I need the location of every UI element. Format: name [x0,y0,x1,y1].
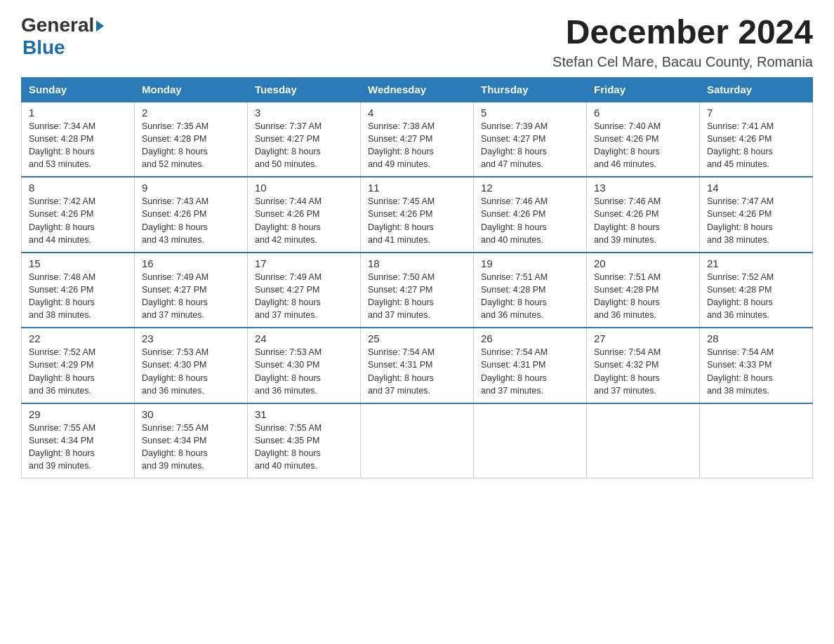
day-info: Sunrise: 7:45 AMSunset: 4:26 PMDaylight:… [368,196,435,244]
logo: General Blue [21,14,104,59]
calendar-cell: 6 Sunrise: 7:40 AMSunset: 4:26 PMDayligh… [587,102,700,177]
day-info: Sunrise: 7:52 AMSunset: 4:29 PMDaylight:… [29,347,95,395]
calendar-cell: 14 Sunrise: 7:47 AMSunset: 4:26 PMDaylig… [700,177,813,253]
calendar-cell: 21 Sunrise: 7:52 AMSunset: 4:28 PMDaylig… [700,253,813,328]
calendar-cell: 15 Sunrise: 7:48 AMSunset: 4:26 PMDaylig… [22,253,135,328]
day-info: Sunrise: 7:49 AMSunset: 4:27 PMDaylight:… [142,272,208,320]
day-info: Sunrise: 7:52 AMSunset: 4:28 PMDaylight:… [707,272,774,320]
day-info: Sunrise: 7:54 AMSunset: 4:31 PMDaylight:… [368,347,435,395]
day-info: Sunrise: 7:53 AMSunset: 4:30 PMDaylight:… [142,347,208,395]
day-info: Sunrise: 7:34 AMSunset: 4:28 PMDaylight:… [29,121,95,169]
calendar-cell: 1 Sunrise: 7:34 AMSunset: 4:28 PMDayligh… [22,102,135,177]
calendar-header-saturday: Saturday [700,77,813,102]
calendar-cell: 8 Sunrise: 7:42 AMSunset: 4:26 PMDayligh… [22,177,135,253]
calendar-cell: 3 Sunrise: 7:37 AMSunset: 4:27 PMDayligh… [248,102,361,177]
calendar-header-sunday: Sunday [22,77,135,102]
day-info: Sunrise: 7:39 AMSunset: 4:27 PMDaylight:… [481,121,548,169]
day-info: Sunrise: 7:54 AMSunset: 4:33 PMDaylight:… [707,347,774,395]
day-number: 16 [142,257,240,269]
calendar-header-monday: Monday [135,77,248,102]
day-info: Sunrise: 7:51 AMSunset: 4:28 PMDaylight:… [594,272,661,320]
day-number: 31 [255,408,353,420]
day-info: Sunrise: 7:51 AMSunset: 4:28 PMDaylight:… [481,272,548,320]
day-info: Sunrise: 7:35 AMSunset: 4:28 PMDaylight:… [142,121,208,169]
calendar-week-5: 29 Sunrise: 7:55 AMSunset: 4:34 PMDaylig… [22,403,813,478]
calendar-cell: 29 Sunrise: 7:55 AMSunset: 4:34 PMDaylig… [22,403,135,478]
day-info: Sunrise: 7:37 AMSunset: 4:27 PMDaylight:… [255,121,322,169]
day-info: Sunrise: 7:54 AMSunset: 4:31 PMDaylight:… [481,347,548,395]
day-info: Sunrise: 7:55 AMSunset: 4:34 PMDaylight:… [29,423,95,471]
day-number: 6 [594,107,692,119]
calendar-cell: 17 Sunrise: 7:49 AMSunset: 4:27 PMDaylig… [248,253,361,328]
calendar-header-friday: Friday [587,77,700,102]
day-number: 26 [481,333,579,344]
calendar-cell: 12 Sunrise: 7:46 AMSunset: 4:26 PMDaylig… [474,177,587,253]
calendar-cell: 9 Sunrise: 7:43 AMSunset: 4:26 PMDayligh… [135,177,248,253]
calendar-cell: 13 Sunrise: 7:46 AMSunset: 4:26 PMDaylig… [587,177,700,253]
calendar-cell: 28 Sunrise: 7:54 AMSunset: 4:33 PMDaylig… [700,328,813,403]
day-number: 21 [707,257,805,269]
day-info: Sunrise: 7:42 AMSunset: 4:26 PMDaylight:… [29,196,95,244]
logo-arrow-icon [96,20,104,32]
page-header: General Blue December 2024 Stefan Cel Ma… [21,14,813,70]
day-info: Sunrise: 7:55 AMSunset: 4:34 PMDaylight:… [142,423,208,471]
month-title: December 2024 [552,14,813,51]
calendar-header-thursday: Thursday [474,77,587,102]
calendar-cell: 20 Sunrise: 7:51 AMSunset: 4:28 PMDaylig… [587,253,700,328]
calendar-cell: 30 Sunrise: 7:55 AMSunset: 4:34 PMDaylig… [135,403,248,478]
calendar-cell: 23 Sunrise: 7:53 AMSunset: 4:30 PMDaylig… [135,328,248,403]
day-info: Sunrise: 7:46 AMSunset: 4:26 PMDaylight:… [594,196,661,244]
calendar-cell: 2 Sunrise: 7:35 AMSunset: 4:28 PMDayligh… [135,102,248,177]
day-number: 19 [481,257,579,269]
day-info: Sunrise: 7:38 AMSunset: 4:27 PMDaylight:… [368,121,435,169]
day-number: 18 [368,257,466,269]
calendar-cell: 16 Sunrise: 7:49 AMSunset: 4:27 PMDaylig… [135,253,248,328]
day-number: 20 [594,257,692,269]
calendar-cell: 19 Sunrise: 7:51 AMSunset: 4:28 PMDaylig… [474,253,587,328]
day-info: Sunrise: 7:47 AMSunset: 4:26 PMDaylight:… [707,196,774,244]
day-number: 3 [255,107,353,119]
calendar-cell: 11 Sunrise: 7:45 AMSunset: 4:26 PMDaylig… [361,177,474,253]
day-info: Sunrise: 7:48 AMSunset: 4:26 PMDaylight:… [29,272,95,320]
calendar-week-2: 8 Sunrise: 7:42 AMSunset: 4:26 PMDayligh… [22,177,813,253]
calendar-body: 1 Sunrise: 7:34 AMSunset: 4:28 PMDayligh… [22,102,813,478]
day-number: 2 [142,107,240,119]
day-number: 4 [368,107,466,119]
calendar-week-4: 22 Sunrise: 7:52 AMSunset: 4:29 PMDaylig… [22,328,813,403]
calendar-cell: 26 Sunrise: 7:54 AMSunset: 4:31 PMDaylig… [474,328,587,403]
calendar-header-tuesday: Tuesday [248,77,361,102]
calendar-title-area: December 2024 Stefan Cel Mare, Bacau Cou… [552,14,813,70]
day-info: Sunrise: 7:44 AMSunset: 4:26 PMDaylight:… [255,196,322,244]
day-number: 12 [481,182,579,194]
calendar-cell: 18 Sunrise: 7:50 AMSunset: 4:27 PMDaylig… [361,253,474,328]
day-number: 23 [142,333,240,344]
day-number: 29 [29,408,127,420]
calendar-header-wednesday: Wednesday [361,77,474,102]
calendar-cell: 24 Sunrise: 7:53 AMSunset: 4:30 PMDaylig… [248,328,361,403]
calendar-cell: 7 Sunrise: 7:41 AMSunset: 4:26 PMDayligh… [700,102,813,177]
day-number: 15 [29,257,127,269]
day-info: Sunrise: 7:49 AMSunset: 4:27 PMDaylight:… [255,272,322,320]
logo-general-text: General [21,14,94,36]
day-number: 5 [481,107,579,119]
calendar-header-row: SundayMondayTuesdayWednesdayThursdayFrid… [22,77,813,102]
day-number: 9 [142,182,240,194]
calendar-cell: 31 Sunrise: 7:55 AMSunset: 4:35 PMDaylig… [248,403,361,478]
day-info: Sunrise: 7:54 AMSunset: 4:32 PMDaylight:… [594,347,661,395]
calendar-cell: 22 Sunrise: 7:52 AMSunset: 4:29 PMDaylig… [22,328,135,403]
day-number: 25 [368,333,466,344]
day-info: Sunrise: 7:50 AMSunset: 4:27 PMDaylight:… [368,272,435,320]
day-number: 27 [594,333,692,344]
day-number: 30 [142,408,240,420]
day-info: Sunrise: 7:46 AMSunset: 4:26 PMDaylight:… [481,196,548,244]
day-number: 14 [707,182,805,194]
day-number: 11 [368,182,466,194]
day-number: 8 [29,182,127,194]
calendar-cell: 4 Sunrise: 7:38 AMSunset: 4:27 PMDayligh… [361,102,474,177]
day-info: Sunrise: 7:41 AMSunset: 4:26 PMDaylight:… [707,121,774,169]
calendar-cell: 10 Sunrise: 7:44 AMSunset: 4:26 PMDaylig… [248,177,361,253]
calendar-cell [361,403,474,478]
day-number: 17 [255,257,353,269]
day-number: 13 [594,182,692,194]
day-number: 28 [707,333,805,344]
